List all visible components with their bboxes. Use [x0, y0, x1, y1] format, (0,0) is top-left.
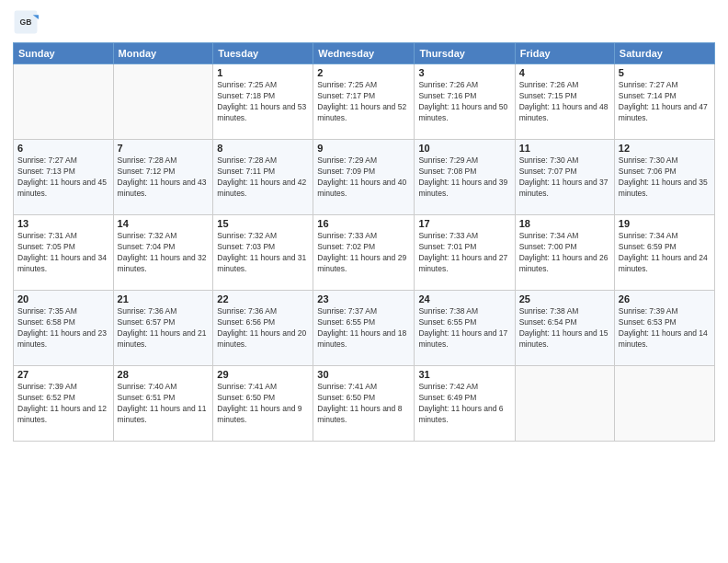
day-cell: 22Sunrise: 7:36 AM Sunset: 6:56 PM Dayli… — [213, 291, 313, 366]
day-cell — [14, 64, 114, 140]
day-number: 26 — [619, 293, 711, 304]
day-cell: 18Sunrise: 7:34 AM Sunset: 7:00 PM Dayli… — [515, 215, 614, 291]
day-info: Sunrise: 7:36 AM Sunset: 6:57 PM Dayligh… — [118, 306, 210, 350]
day-info: Sunrise: 7:39 AM Sunset: 6:53 PM Dayligh… — [619, 306, 711, 350]
day-cell: 23Sunrise: 7:37 AM Sunset: 6:55 PM Dayli… — [313, 291, 415, 366]
day-cell: 3Sunrise: 7:26 AM Sunset: 7:16 PM Daylig… — [415, 64, 515, 140]
day-cell: 5Sunrise: 7:27 AM Sunset: 7:14 PM Daylig… — [614, 64, 714, 140]
logo: GB — [13, 9, 42, 35]
day-cell: 28Sunrise: 7:40 AM Sunset: 6:51 PM Dayli… — [113, 366, 213, 442]
day-number: 31 — [418, 369, 510, 380]
day-number: 23 — [317, 293, 410, 304]
day-number: 21 — [118, 293, 210, 304]
day-number: 25 — [519, 293, 610, 304]
day-number: 18 — [519, 218, 610, 229]
day-cell: 30Sunrise: 7:41 AM Sunset: 6:50 PM Dayli… — [313, 366, 415, 442]
day-number: 12 — [619, 143, 711, 154]
day-info: Sunrise: 7:30 AM Sunset: 7:06 PM Dayligh… — [619, 155, 711, 200]
day-info: Sunrise: 7:39 AM Sunset: 6:52 PM Dayligh… — [17, 382, 109, 426]
day-info: Sunrise: 7:30 AM Sunset: 7:07 PM Dayligh… — [519, 155, 610, 200]
day-cell: 20Sunrise: 7:35 AM Sunset: 6:58 PM Dayli… — [14, 291, 114, 366]
day-info: Sunrise: 7:32 AM Sunset: 7:04 PM Dayligh… — [118, 231, 210, 275]
day-cell: 17Sunrise: 7:33 AM Sunset: 7:01 PM Dayli… — [415, 215, 515, 291]
day-cell: 24Sunrise: 7:38 AM Sunset: 6:55 PM Dayli… — [415, 291, 515, 366]
day-header-wednesday: Wednesday — [313, 43, 415, 64]
day-number: 19 — [619, 218, 711, 229]
day-number: 3 — [418, 67, 510, 78]
day-info: Sunrise: 7:25 AM Sunset: 7:18 PM Dayligh… — [217, 80, 309, 124]
day-cell — [113, 64, 213, 140]
logo-icon: GB — [13, 9, 39, 35]
week-row-2: 6Sunrise: 7:27 AM Sunset: 7:13 PM Daylig… — [14, 140, 715, 215]
day-info: Sunrise: 7:28 AM Sunset: 7:12 PM Dayligh… — [118, 155, 210, 200]
day-info: Sunrise: 7:27 AM Sunset: 7:14 PM Dayligh… — [619, 80, 711, 124]
day-info: Sunrise: 7:40 AM Sunset: 6:51 PM Dayligh… — [118, 382, 210, 426]
day-header-sunday: Sunday — [14, 43, 114, 64]
day-info: Sunrise: 7:27 AM Sunset: 7:13 PM Dayligh… — [17, 155, 109, 200]
day-info: Sunrise: 7:34 AM Sunset: 6:59 PM Dayligh… — [619, 231, 711, 275]
day-info: Sunrise: 7:38 AM Sunset: 6:54 PM Dayligh… — [519, 306, 610, 350]
day-number: 17 — [418, 218, 510, 229]
day-cell — [614, 366, 714, 442]
day-info: Sunrise: 7:26 AM Sunset: 7:16 PM Dayligh… — [418, 80, 510, 124]
header: GB — [13, 9, 715, 35]
day-number: 13 — [17, 218, 109, 229]
day-number: 15 — [217, 218, 309, 229]
day-number: 7 — [118, 143, 210, 154]
day-cell: 21Sunrise: 7:36 AM Sunset: 6:57 PM Dayli… — [113, 291, 213, 366]
day-info: Sunrise: 7:32 AM Sunset: 7:03 PM Dayligh… — [217, 231, 309, 275]
day-cell: 1Sunrise: 7:25 AM Sunset: 7:18 PM Daylig… — [213, 64, 313, 140]
day-cell: 10Sunrise: 7:29 AM Sunset: 7:08 PM Dayli… — [415, 140, 515, 215]
day-number: 5 — [619, 67, 711, 78]
day-cell: 6Sunrise: 7:27 AM Sunset: 7:13 PM Daylig… — [14, 140, 114, 215]
day-number: 22 — [217, 293, 309, 304]
day-info: Sunrise: 7:29 AM Sunset: 7:09 PM Dayligh… — [317, 155, 410, 200]
day-cell: 9Sunrise: 7:29 AM Sunset: 7:09 PM Daylig… — [313, 140, 415, 215]
week-row-5: 27Sunrise: 7:39 AM Sunset: 6:52 PM Dayli… — [14, 366, 715, 442]
day-info: Sunrise: 7:37 AM Sunset: 6:55 PM Dayligh… — [317, 306, 410, 350]
day-number: 6 — [17, 143, 109, 154]
day-cell: 14Sunrise: 7:32 AM Sunset: 7:04 PM Dayli… — [113, 215, 213, 291]
day-cell: 25Sunrise: 7:38 AM Sunset: 6:54 PM Dayli… — [515, 291, 614, 366]
day-cell: 12Sunrise: 7:30 AM Sunset: 7:06 PM Dayli… — [614, 140, 714, 215]
day-number: 4 — [519, 67, 610, 78]
day-cell: 27Sunrise: 7:39 AM Sunset: 6:52 PM Dayli… — [14, 366, 114, 442]
day-number: 14 — [118, 218, 210, 229]
day-cell: 4Sunrise: 7:26 AM Sunset: 7:15 PM Daylig… — [515, 64, 614, 140]
day-info: Sunrise: 7:38 AM Sunset: 6:55 PM Dayligh… — [418, 306, 510, 350]
week-row-4: 20Sunrise: 7:35 AM Sunset: 6:58 PM Dayli… — [14, 291, 715, 366]
day-header-saturday: Saturday — [614, 43, 714, 64]
day-info: Sunrise: 7:33 AM Sunset: 7:02 PM Dayligh… — [317, 231, 410, 275]
day-info: Sunrise: 7:33 AM Sunset: 7:01 PM Dayligh… — [418, 231, 510, 275]
day-cell — [515, 366, 614, 442]
day-number: 24 — [418, 293, 510, 304]
day-number: 20 — [17, 293, 109, 304]
day-header-friday: Friday — [515, 43, 614, 64]
day-info: Sunrise: 7:25 AM Sunset: 7:17 PM Dayligh… — [317, 80, 410, 124]
day-number: 2 — [317, 67, 410, 78]
day-cell: 13Sunrise: 7:31 AM Sunset: 7:05 PM Dayli… — [14, 215, 114, 291]
day-number: 11 — [519, 143, 610, 154]
day-cell: 11Sunrise: 7:30 AM Sunset: 7:07 PM Dayli… — [515, 140, 614, 215]
day-cell: 2Sunrise: 7:25 AM Sunset: 7:17 PM Daylig… — [313, 64, 415, 140]
day-info: Sunrise: 7:29 AM Sunset: 7:08 PM Dayligh… — [418, 155, 510, 200]
calendar-table: SundayMondayTuesdayWednesdayThursdayFrid… — [13, 42, 715, 442]
day-number: 29 — [217, 369, 309, 380]
day-header-thursday: Thursday — [415, 43, 515, 64]
day-info: Sunrise: 7:26 AM Sunset: 7:15 PM Dayligh… — [519, 80, 610, 124]
day-info: Sunrise: 7:41 AM Sunset: 6:50 PM Dayligh… — [217, 382, 309, 426]
day-number: 30 — [317, 369, 410, 380]
week-row-3: 13Sunrise: 7:31 AM Sunset: 7:05 PM Dayli… — [14, 215, 715, 291]
page: GB SundayMondayTuesdayWednesdayThursdayF… — [0, 0, 728, 563]
day-cell: 31Sunrise: 7:42 AM Sunset: 6:49 PM Dayli… — [415, 366, 515, 442]
day-number: 9 — [317, 143, 410, 154]
day-info: Sunrise: 7:35 AM Sunset: 6:58 PM Dayligh… — [17, 306, 109, 350]
day-cell: 16Sunrise: 7:33 AM Sunset: 7:02 PM Dayli… — [313, 215, 415, 291]
day-number: 16 — [317, 218, 410, 229]
day-info: Sunrise: 7:34 AM Sunset: 7:00 PM Dayligh… — [519, 231, 610, 275]
day-cell: 29Sunrise: 7:41 AM Sunset: 6:50 PM Dayli… — [213, 366, 313, 442]
day-info: Sunrise: 7:42 AM Sunset: 6:49 PM Dayligh… — [418, 382, 510, 426]
day-info: Sunrise: 7:41 AM Sunset: 6:50 PM Dayligh… — [317, 382, 410, 426]
day-cell: 7Sunrise: 7:28 AM Sunset: 7:12 PM Daylig… — [113, 140, 213, 215]
day-cell: 8Sunrise: 7:28 AM Sunset: 7:11 PM Daylig… — [213, 140, 313, 215]
